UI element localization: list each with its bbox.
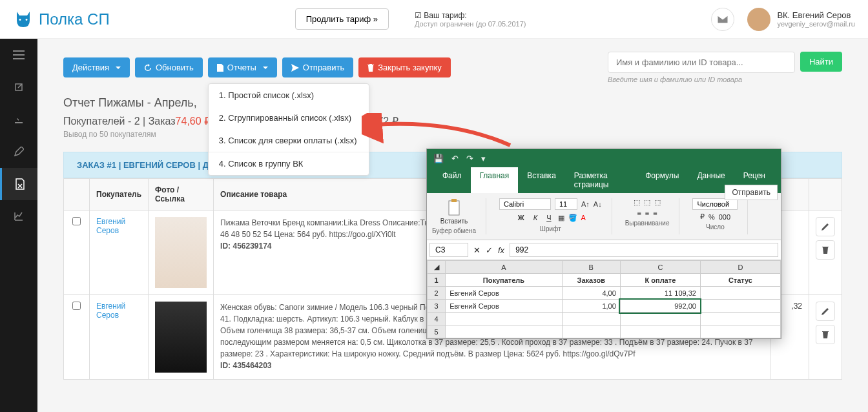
dropdown-item-vk[interactable]: 4. Список в группу ВК <box>209 152 369 175</box>
reports-dropdown: 1. Простой список (.xlsx) 2. Сгруппирова… <box>208 83 369 176</box>
logo-text: Полка СП <box>39 10 110 28</box>
tab-insert[interactable]: Вставка <box>518 167 565 193</box>
chart-icon <box>14 211 24 221</box>
col-header-c[interactable]: C <box>620 261 700 274</box>
font-color-icon[interactable]: A <box>581 214 586 221</box>
sidebar-item-download[interactable] <box>0 103 37 136</box>
external-link-icon <box>14 82 24 92</box>
percent-icon[interactable]: % <box>708 213 715 221</box>
buyer-link[interactable]: Евгений Серов <box>96 217 125 235</box>
excel-titlebar[interactable]: 💾 ↶ ↷ ▾ <box>427 149 781 167</box>
tab-home[interactable]: Главная <box>471 167 519 193</box>
close-purchase-button[interactable]: Закрыть закупку <box>358 57 451 77</box>
svg-rect-1 <box>451 199 457 202</box>
dropdown-item-payment[interactable]: 3. Список для сверки оплаты (.xlsx) <box>209 129 369 152</box>
redo-icon[interactable]: ↷ <box>466 154 473 163</box>
edit-row-button[interactable] <box>816 217 835 236</box>
refresh-icon <box>144 64 152 72</box>
align-middle-icon[interactable]: ⬚ <box>644 198 650 207</box>
svg-rect-0 <box>449 201 459 215</box>
paste-button[interactable]: Вставить <box>440 198 468 225</box>
dropdown-item-simple[interactable]: 1. Простой список (.xlsx) <box>209 84 369 107</box>
align-left-icon[interactable]: ≡ <box>637 209 641 217</box>
sidebar-menu-toggle[interactable] <box>0 39 37 71</box>
edit-row-button[interactable] <box>816 302 835 321</box>
formula-bar: ✕ ✓ fx <box>427 240 781 260</box>
report-title: Отчет Пижамы - Апрель, <box>63 96 842 110</box>
sidebar-item-external[interactable] <box>0 71 37 103</box>
select-all-corner[interactable]: ◢ <box>428 261 446 274</box>
top-header: Полка СП Продлить тариф » ☑ Ваш тариф: Д… <box>0 0 868 39</box>
send-button[interactable]: Отправить <box>282 57 353 77</box>
tab-layout[interactable]: Разметка страницы <box>565 167 636 193</box>
col-header-d[interactable]: D <box>700 261 780 274</box>
fx-icon[interactable]: fx <box>498 245 504 255</box>
send-icon <box>291 64 299 72</box>
increase-font-icon[interactable]: A↑ <box>581 200 590 208</box>
product-image[interactable] <box>155 217 207 288</box>
download-icon <box>14 114 24 125</box>
logo[interactable]: Полка СП <box>13 9 110 30</box>
tariff-info: ☑ Ваш тариф: Доступ ограничен (до 07.05.… <box>415 11 526 28</box>
cell-reference[interactable] <box>429 243 468 257</box>
excel-window: 💾 ↶ ↷ ▾ Файл Главная Вставка Разметка ст… <box>426 149 781 339</box>
th-photo: Фото / Ссылка <box>149 179 214 211</box>
col-header-b[interactable]: B <box>562 261 620 274</box>
product-image[interactable] <box>155 302 207 373</box>
search-input[interactable] <box>608 52 795 73</box>
thousands-icon[interactable]: 000 <box>719 213 730 221</box>
edit-icon <box>14 147 24 157</box>
toolbar: Действия Обновить Отчеты 1. Простой спис… <box>63 52 842 83</box>
row-checkbox[interactable] <box>72 302 81 310</box>
align-top-icon[interactable]: ⬚ <box>634 198 640 207</box>
tab-formulas[interactable]: Формулы <box>636 167 688 193</box>
sidebar-item-edit[interactable] <box>0 136 37 168</box>
undo-icon[interactable]: ↶ <box>451 154 459 163</box>
align-right-icon[interactable]: ≡ <box>653 209 657 217</box>
send-popup[interactable]: Отправить <box>725 185 778 200</box>
border-icon[interactable]: ▦ <box>558 214 564 222</box>
buyer-link[interactable]: Евгений Серов <box>96 302 125 320</box>
tab-file[interactable]: Файл <box>433 167 471 193</box>
refresh-button[interactable]: Обновить <box>135 57 203 77</box>
trash-icon <box>822 246 829 254</box>
document-icon <box>217 64 223 72</box>
annotation-arrow <box>362 113 517 152</box>
sidebar-item-report[interactable] <box>0 168 37 200</box>
size-select[interactable] <box>555 198 577 210</box>
cancel-icon[interactable]: ✕ <box>473 245 480 255</box>
actions-button[interactable]: Действия <box>63 57 130 77</box>
delete-row-button[interactable] <box>816 240 835 260</box>
formula-input[interactable] <box>510 243 778 257</box>
sidebar-item-analytics[interactable] <box>0 200 37 232</box>
mail-button[interactable] <box>711 8 734 31</box>
th-buyer: Покупатель <box>90 179 149 211</box>
align-bottom-icon[interactable]: ⬚ <box>654 198 661 207</box>
find-button[interactable]: Найти <box>800 52 842 72</box>
pencil-icon <box>822 307 829 315</box>
excel-grid[interactable]: ◢ A B C D 1 Покупатель Заказов К оплате … <box>427 260 781 338</box>
sidebar <box>0 39 37 412</box>
user-block[interactable]: ВК. Евгений Серов yevgeniy_serov@mail.ru <box>747 8 855 31</box>
align-center-icon[interactable]: ≡ <box>645 209 649 217</box>
dropdown-item-grouped[interactable]: 2. Сгруппированный список (.xlsx) <box>209 107 369 129</box>
decrease-font-icon[interactable]: A↓ <box>594 200 602 208</box>
underline-button[interactable]: Ч <box>544 212 553 223</box>
search-hint: Введите имя и фамилию или ID товара <box>608 76 795 83</box>
row-checkbox[interactable] <box>72 217 81 225</box>
more-icon[interactable]: ▾ <box>481 154 486 163</box>
save-icon[interactable]: 💾 <box>433 154 444 163</box>
bold-button[interactable]: Ж <box>515 212 527 223</box>
col-header-a[interactable]: A <box>446 261 562 274</box>
font-select[interactable] <box>499 198 551 210</box>
clipboard-icon <box>446 198 462 216</box>
currency-icon[interactable]: ₽ <box>700 212 705 221</box>
reports-button[interactable]: Отчеты <box>208 57 277 77</box>
confirm-icon[interactable]: ✓ <box>486 245 493 255</box>
delete-row-button[interactable] <box>816 325 835 344</box>
fill-color-icon[interactable]: 🪣 <box>568 214 577 222</box>
hamburger-icon <box>13 50 25 59</box>
cat-logo-icon <box>13 9 34 30</box>
italic-button[interactable]: К <box>531 212 540 223</box>
extend-tariff-button[interactable]: Продлить тариф » <box>295 8 389 30</box>
